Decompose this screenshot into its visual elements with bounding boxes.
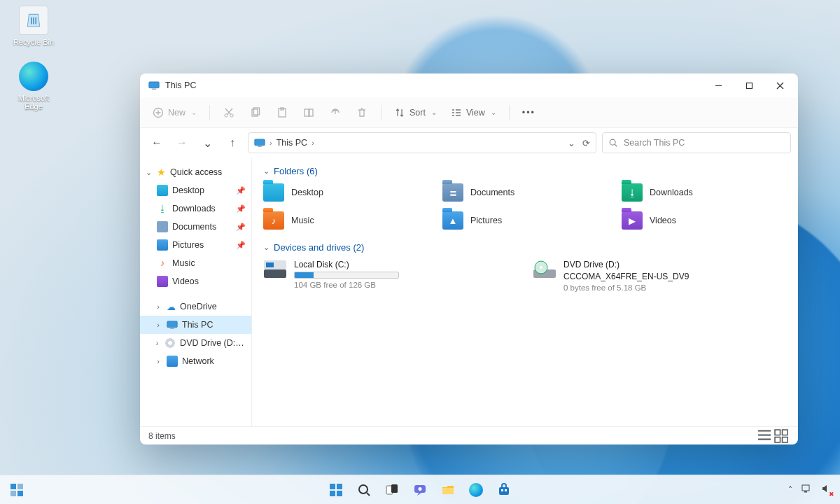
sidebar-quick-access[interactable]: ⌄ ★ Quick access: [140, 163, 251, 181]
folder-pictures[interactable]: ▲ Pictures: [442, 211, 608, 230]
search-button[interactable]: [353, 479, 375, 501]
delete-button[interactable]: [350, 102, 374, 124]
svg-rect-15: [167, 321, 177, 327]
sidebar-this-pc[interactable]: › This PC: [140, 316, 251, 334]
svg-point-22: [540, 266, 542, 269]
folder-downloads[interactable]: ⭳ Downloads: [622, 183, 787, 202]
folder-icon: ▲: [442, 211, 463, 230]
chevron-down-icon: ⌄: [491, 108, 496, 116]
details-view-button[interactable]: [756, 429, 773, 443]
titlebar[interactable]: This PC: [140, 74, 798, 97]
refresh-button[interactable]: ⟳: [582, 138, 590, 148]
drive-usage-bar: [294, 272, 399, 279]
folder-icon: ▶: [622, 211, 643, 230]
sidebar-label: Documents: [172, 222, 216, 232]
forward-button[interactable]: →: [172, 133, 192, 153]
drive-dvd-d[interactable]: DVD Drive (D:) CCCOMA_X64FRE_EN-US_DV9 0…: [533, 260, 787, 292]
sidebar-item-videos[interactable]: Videos: [140, 272, 251, 290]
up-button[interactable]: ↑: [223, 133, 242, 153]
sidebar-item-downloads[interactable]: ⭳ Downloads 📌: [140, 200, 251, 218]
new-button[interactable]: New ⌄: [147, 102, 202, 124]
search-box[interactable]: Search This PC: [602, 132, 791, 153]
toolbar: New ⌄ Sort ⌄ View ⌄ •••: [140, 97, 798, 128]
sidebar-network[interactable]: › Network: [140, 352, 251, 370]
this-pc-icon: [167, 321, 178, 330]
drive-local-c[interactable]: Local Disk (C:) 104 GB free of 126 GB: [263, 260, 517, 292]
svg-rect-12: [255, 139, 265, 145]
back-button[interactable]: ←: [147, 133, 167, 153]
desktop-icon: [157, 185, 168, 196]
chevron-right-icon: ›: [154, 302, 162, 311]
task-view-button[interactable]: [381, 479, 403, 501]
group-header-folders[interactable]: ⌄ Folders (6): [263, 166, 787, 176]
sidebar-item-desktop[interactable]: Desktop 📌: [140, 181, 251, 200]
view-icon: [451, 107, 462, 118]
desktop-icon-label: Recycle Bin: [8, 38, 59, 46]
start-button[interactable]: [325, 479, 347, 501]
file-explorer-button[interactable]: [437, 479, 459, 501]
widgets-button[interactable]: [6, 479, 28, 501]
recent-dropdown[interactable]: ⌄: [197, 133, 217, 153]
sidebar-label: Quick access: [170, 167, 222, 177]
svg-rect-31: [330, 484, 335, 489]
sort-label: Sort: [410, 108, 426, 118]
more-button[interactable]: •••: [517, 102, 541, 124]
chat-button[interactable]: [409, 479, 431, 501]
sidebar-item-documents[interactable]: Documents 📌: [140, 218, 251, 236]
copy-button[interactable]: [244, 102, 267, 124]
svg-rect-40: [442, 488, 454, 494]
sidebar-item-music[interactable]: ♪ Music: [140, 254, 251, 272]
trash-icon: [356, 107, 368, 118]
tiles-view-button[interactable]: [773, 429, 790, 443]
view-button[interactable]: View ⌄: [445, 102, 502, 124]
svg-point-14: [610, 139, 615, 145]
group-title: Devices and drives (2): [274, 242, 364, 253]
folder-videos[interactable]: ▶ Videos: [622, 211, 787, 230]
desktop-icon-recycle-bin[interactable]: Recycle Bin: [8, 6, 59, 46]
rename-icon: [303, 107, 314, 118]
tray-overflow-button[interactable]: ˄: [788, 485, 792, 495]
svg-rect-42: [501, 489, 503, 491]
chevron-right-icon: ›: [270, 139, 272, 147]
close-button[interactable]: [764, 74, 795, 97]
svg-rect-41: [499, 487, 509, 495]
breadcrumb-root[interactable]: This PC: [276, 138, 307, 148]
sidebar-label: OneDrive: [180, 302, 217, 312]
store-button[interactable]: [493, 479, 515, 501]
paste-button[interactable]: [270, 102, 294, 124]
minimize-button[interactable]: [703, 74, 734, 97]
pin-icon: 📌: [236, 186, 246, 195]
sidebar-item-pictures[interactable]: Pictures 📌: [140, 236, 251, 254]
plus-circle-icon: [153, 107, 164, 118]
sidebar-dvd[interactable]: › DVD Drive (D:) CCCO: [140, 334, 251, 352]
sort-button[interactable]: Sort ⌄: [388, 102, 442, 124]
folder-desktop[interactable]: Desktop: [263, 183, 428, 202]
drive-volume-label: CCCOMA_X64FRE_EN-US_DV9: [564, 272, 689, 281]
folder-music[interactable]: ♪ Music: [263, 211, 428, 230]
chevron-down-icon: ⌄: [203, 136, 212, 150]
sidebar-onedrive[interactable]: › ☁ OneDrive: [140, 298, 251, 316]
chevron-down-icon[interactable]: ⌄: [568, 138, 575, 148]
videos-icon: [157, 276, 168, 287]
svg-rect-37: [391, 484, 398, 493]
sound-tray-icon[interactable]: ✖: [820, 483, 832, 496]
share-button[interactable]: [323, 102, 347, 124]
drive-name: DVD Drive (D:): [564, 260, 689, 270]
maximize-button[interactable]: [734, 74, 764, 97]
folder-label: Documents: [470, 188, 514, 197]
chevron-right-icon: ›: [154, 339, 160, 347]
svg-rect-29: [10, 491, 16, 496]
group-header-drives[interactable]: ⌄ Devices and drives (2): [263, 242, 787, 253]
pin-icon: 📌: [236, 204, 246, 214]
address-bar[interactable]: › This PC › ⌄ ⟳: [248, 132, 596, 153]
cut-button[interactable]: [217, 102, 241, 124]
edge-button[interactable]: [465, 479, 487, 501]
music-icon: ♪: [157, 258, 168, 269]
network-tray-icon[interactable]: [801, 483, 812, 496]
folder-documents[interactable]: ≣ Documents: [442, 183, 608, 202]
pin-icon: 📌: [236, 223, 246, 232]
this-pc-icon: [254, 139, 265, 148]
folder-label: Pictures: [470, 216, 502, 225]
rename-button[interactable]: [297, 102, 321, 124]
desktop-icon-ms-edge[interactable]: Microsoft Edge: [8, 62, 59, 111]
